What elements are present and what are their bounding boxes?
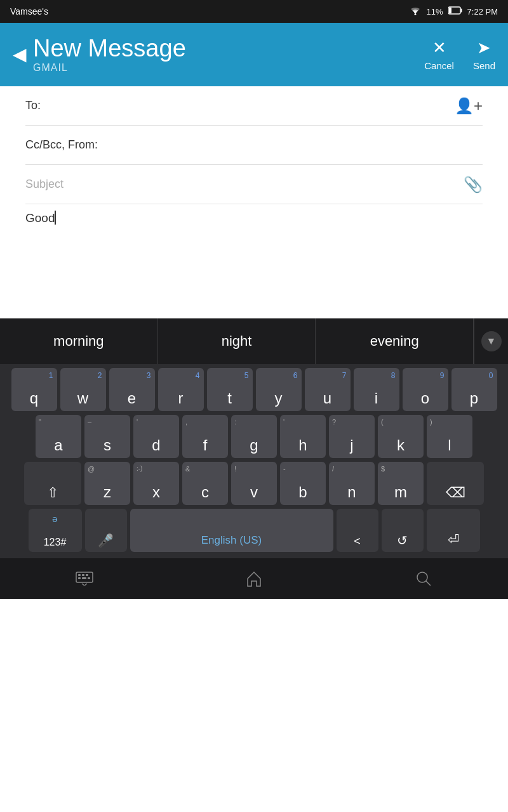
swype-icon: ə bbox=[52, 514, 58, 524]
key-w[interactable]: 2w bbox=[60, 368, 106, 411]
keyboard-row-3: ⇧ @z :-)x &c !v -b /n $m ⌫ bbox=[3, 462, 505, 505]
key-b[interactable]: -b bbox=[280, 462, 326, 505]
undo-key[interactable]: ↺ bbox=[382, 509, 424, 552]
attach-icon[interactable]: 📎 bbox=[464, 176, 483, 193]
return-icon: ⏎ bbox=[448, 532, 459, 548]
key-r[interactable]: 4r bbox=[158, 368, 204, 411]
header-left: ◀ New Message GMAIL bbox=[13, 36, 186, 74]
dropdown-arrow-icon: ▼ bbox=[481, 331, 502, 351]
key-n[interactable]: /n bbox=[329, 462, 375, 505]
search-button[interactable] bbox=[404, 560, 443, 598]
key-c[interactable]: &c bbox=[182, 462, 228, 505]
key-x[interactable]: :-)x bbox=[133, 462, 179, 505]
key-o[interactable]: 9o bbox=[403, 368, 448, 411]
ccbcc-row: Cc/Bcc, From: bbox=[25, 126, 483, 165]
battery-icon bbox=[448, 6, 462, 16]
autocomplete-evening[interactable]: evening bbox=[316, 318, 474, 364]
page-title: New Message bbox=[33, 36, 186, 62]
svg-rect-3 bbox=[449, 8, 451, 13]
body-text: Good bbox=[25, 211, 55, 225]
svg-rect-9 bbox=[82, 577, 86, 579]
svg-line-12 bbox=[426, 581, 431, 586]
account-label: GMAIL bbox=[33, 62, 186, 74]
return-key[interactable]: ⏎ bbox=[427, 509, 480, 552]
svg-point-11 bbox=[417, 572, 427, 582]
numbers-key[interactable]: ə 123# bbox=[29, 509, 82, 552]
header-actions: ✕ Cancel ➤ Send bbox=[424, 38, 495, 71]
share-key[interactable]: < bbox=[337, 509, 378, 552]
key-d[interactable]: 'd bbox=[133, 415, 179, 458]
key-s[interactable]: –s bbox=[84, 415, 130, 458]
key-t[interactable]: 5t bbox=[207, 368, 253, 411]
autocomplete-night[interactable]: night bbox=[158, 318, 316, 364]
key-z[interactable]: @z bbox=[84, 462, 130, 505]
header: ◀ New Message GMAIL ✕ Cancel ➤ Send bbox=[0, 23, 508, 86]
svg-rect-6 bbox=[82, 574, 84, 576]
send-label: Send bbox=[473, 60, 495, 71]
key-e[interactable]: 3e bbox=[109, 368, 155, 411]
body-area[interactable]: Good bbox=[0, 204, 508, 318]
backspace-key[interactable]: ⌫ bbox=[427, 462, 484, 505]
autocomplete-bar: morning night evening ▼ bbox=[0, 318, 508, 364]
status-bar: Vamsee's 11% 7:22 PM bbox=[0, 0, 508, 23]
mic-key[interactable]: 🎤 bbox=[85, 509, 127, 552]
bottom-nav-bar bbox=[0, 558, 508, 599]
time-label: 7:22 PM bbox=[467, 7, 498, 16]
cancel-label: Cancel bbox=[424, 60, 454, 71]
key-v[interactable]: !v bbox=[231, 462, 277, 505]
key-y[interactable]: 6y bbox=[256, 368, 302, 411]
carrier-label: Vamsee's bbox=[10, 6, 48, 16]
wifi-icon bbox=[409, 6, 422, 17]
status-right: 11% 7:22 PM bbox=[409, 6, 498, 17]
key-h[interactable]: 'h bbox=[280, 415, 326, 458]
space-key[interactable]: English (US) bbox=[130, 509, 333, 552]
cancel-button[interactable]: ✕ Cancel bbox=[424, 38, 454, 71]
keyboard-row-2: "a –s 'd ,f :g 'h ?j (k )l bbox=[3, 415, 505, 458]
svg-rect-10 bbox=[88, 577, 90, 579]
home-button[interactable] bbox=[235, 560, 273, 598]
key-m[interactable]: $m bbox=[378, 462, 424, 505]
svg-rect-2 bbox=[460, 9, 462, 13]
keyboard-hide-button[interactable] bbox=[65, 560, 104, 598]
ccbcc-label: Cc/Bcc, From: bbox=[25, 138, 98, 152]
svg-point-0 bbox=[414, 13, 416, 15]
shift-key[interactable]: ⇧ bbox=[24, 462, 81, 505]
to-row: To: 👤+ bbox=[25, 86, 483, 126]
to-label: To: bbox=[25, 99, 76, 112]
keyboard-row-bottom: ə 123# 🎤 English (US) < ↺ ⏎ bbox=[3, 509, 505, 552]
autocomplete-morning[interactable]: morning bbox=[0, 318, 158, 364]
header-title-block: New Message GMAIL bbox=[33, 36, 186, 74]
autocomplete-dropdown[interactable]: ▼ bbox=[474, 318, 508, 364]
send-icon: ➤ bbox=[477, 38, 491, 58]
text-cursor bbox=[55, 211, 56, 225]
keyboard-row-1: 1q 2w 3e 4r 5t 6y 7u 8i 9o 0p bbox=[3, 368, 505, 411]
battery-percentage: 11% bbox=[427, 7, 443, 16]
key-g[interactable]: :g bbox=[231, 415, 277, 458]
key-k[interactable]: (k bbox=[378, 415, 424, 458]
key-p[interactable]: 0p bbox=[451, 368, 497, 411]
svg-rect-7 bbox=[86, 574, 88, 576]
key-a[interactable]: "a bbox=[36, 415, 81, 458]
svg-rect-8 bbox=[78, 577, 81, 579]
email-form: To: 👤+ Cc/Bcc, From: 📎 bbox=[0, 86, 508, 204]
subject-input[interactable] bbox=[25, 171, 464, 197]
share-icon: < bbox=[354, 535, 361, 548]
key-q[interactable]: 1q bbox=[11, 368, 57, 411]
svg-rect-5 bbox=[78, 574, 81, 576]
key-i[interactable]: 8i bbox=[354, 368, 399, 411]
back-button[interactable]: ◀ bbox=[13, 44, 27, 65]
add-contact-icon[interactable]: 👤+ bbox=[455, 97, 483, 115]
cancel-icon: ✕ bbox=[432, 38, 446, 58]
ccbcc-input[interactable] bbox=[98, 132, 483, 158]
keyboard: 1q 2w 3e 4r 5t 6y 7u 8i 9o 0p "a –s 'd ,… bbox=[0, 364, 508, 558]
to-input[interactable] bbox=[76, 93, 455, 119]
key-u[interactable]: 7u bbox=[305, 368, 351, 411]
key-f[interactable]: ,f bbox=[182, 415, 228, 458]
key-j[interactable]: ?j bbox=[329, 415, 375, 458]
subject-row: 📎 bbox=[25, 165, 483, 204]
undo-icon: ↺ bbox=[397, 533, 408, 548]
mic-icon: 🎤 bbox=[98, 533, 114, 548]
key-l[interactable]: )l bbox=[427, 415, 472, 458]
send-button[interactable]: ➤ Send bbox=[473, 38, 495, 71]
